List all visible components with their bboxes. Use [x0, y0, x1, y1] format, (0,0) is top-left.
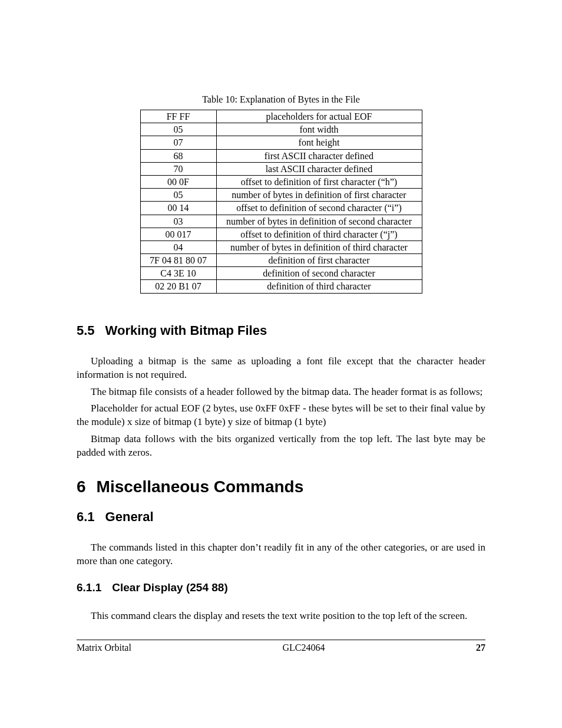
subsection-6-1-1-heading: 6.1.1Clear Display (254 88)	[77, 581, 485, 594]
section-number: 5.5	[77, 323, 95, 338]
byte-cell: 02 20 B1 07	[140, 280, 216, 293]
table-row: FF FFplaceholders for actual EOF	[140, 110, 422, 123]
section-6-1-heading: 6.1General	[77, 509, 485, 525]
byte-cell: 00 14	[140, 202, 216, 215]
table-row: 00 14offset to definition of second char…	[140, 202, 422, 215]
chapter-number: 6	[77, 477, 86, 496]
description-cell: first ASCII character defined	[216, 149, 422, 162]
description-cell: last ASCII character defined	[216, 162, 422, 175]
description-cell: offset to definition of third character …	[216, 228, 422, 241]
paragraph: Placeholder for actual EOF (2 bytes, use…	[77, 402, 485, 429]
byte-cell: 7F 04 81 80 07	[140, 254, 216, 267]
chapter-6-heading: 6Miscellaneous Commands	[77, 477, 485, 496]
description-cell: offset to definition of second character…	[216, 202, 422, 215]
description-cell: definition of third character	[216, 280, 422, 293]
paragraph: Bitmap data follows with the bits organi…	[77, 433, 485, 460]
table-row: 68first ASCII character defined	[140, 149, 422, 162]
table-row: 03number of bytes in definition of secon…	[140, 215, 422, 228]
paragraph: This command clears the display and rese…	[77, 610, 485, 623]
footer-center: GLC24064	[282, 643, 325, 653]
table-caption: Table 10: Explanation of Bytes in the Fi…	[77, 94, 485, 105]
description-cell: number of bytes in definition of first c…	[216, 189, 422, 202]
byte-cell: 70	[140, 162, 216, 175]
byte-cell: C4 3E 10	[140, 267, 216, 280]
byte-cell: 04	[140, 241, 216, 253]
description-cell: offset to definition of first character …	[216, 175, 422, 188]
subsection-title: Clear Display (254 88)	[112, 581, 227, 594]
table-row: 00 0Foffset to definition of first chara…	[140, 175, 422, 188]
table-row: 04number of bytes in definition of third…	[140, 241, 422, 253]
table-row: 70last ASCII character defined	[140, 162, 422, 175]
footer-left: Matrix Orbital	[77, 643, 131, 653]
footer-page-number: 27	[476, 643, 485, 653]
description-cell: number of bytes in definition of second …	[216, 215, 422, 228]
table-row: 00 017offset to definition of third char…	[140, 228, 422, 241]
byte-cell: 05	[140, 189, 216, 202]
bytes-table: FF FFplaceholders for actual EOF05font w…	[140, 110, 422, 294]
footer-rule	[77, 640, 485, 640]
table-row: 7F 04 81 80 07definition of first charac…	[140, 254, 422, 267]
description-cell: font height	[216, 136, 422, 149]
byte-cell: 03	[140, 215, 216, 228]
subsection-number: 6.1.1	[77, 581, 101, 594]
section-title: General	[105, 509, 154, 524]
description-cell: number of bytes in definition of third c…	[216, 241, 422, 253]
byte-cell: FF FF	[140, 110, 216, 123]
table-row: 05number of bytes in definition of first…	[140, 189, 422, 202]
chapter-title: Miscellaneous Commands	[97, 477, 304, 496]
byte-cell: 05	[140, 123, 216, 136]
table-row: C4 3E 10definition of second character	[140, 267, 422, 280]
byte-cell: 07	[140, 136, 216, 149]
byte-cell: 68	[140, 149, 216, 162]
paragraph: The commands listed in this chapter don’…	[77, 541, 485, 568]
page-footer: Matrix Orbital GLC24064 27	[77, 643, 485, 653]
paragraph: The bitmap file consists of a header fol…	[77, 386, 485, 399]
table-row: 07font height	[140, 136, 422, 149]
byte-cell: 00 0F	[140, 175, 216, 188]
description-cell: definition of second character	[216, 267, 422, 280]
description-cell: placeholders for actual EOF	[216, 110, 422, 123]
table-row: 02 20 B1 07definition of third character	[140, 280, 422, 293]
section-5-5-heading: 5.5Working with Bitmap Files	[77, 323, 485, 338]
table-row: 05font width	[140, 123, 422, 136]
description-cell: definition of first character	[216, 254, 422, 267]
byte-cell: 00 017	[140, 228, 216, 241]
paragraph: Uploading a bitmap is the same as upload…	[77, 355, 485, 382]
section-number: 6.1	[77, 509, 95, 524]
section-title: Working with Bitmap Files	[105, 323, 267, 338]
description-cell: font width	[216, 123, 422, 136]
